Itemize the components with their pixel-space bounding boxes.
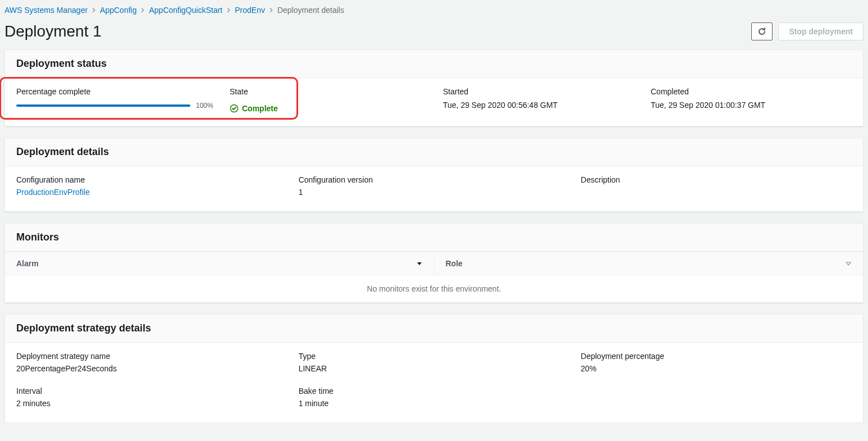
monitors-table-header: Alarm Role <box>5 252 863 275</box>
status-state: State Complete <box>230 87 443 115</box>
breadcrumb-link-systems-manager[interactable]: AWS Systems Manager <box>4 6 88 15</box>
chevron-right-icon <box>226 7 231 13</box>
sort-neutral-icon <box>845 260 852 267</box>
deployment-status-panel: Deployment status Percentage complete 10… <box>4 49 864 126</box>
refresh-button[interactable] <box>751 22 773 40</box>
progress-bar <box>16 104 190 107</box>
col-role[interactable]: Role <box>434 252 864 275</box>
panel-header: Deployment details <box>5 138 863 166</box>
monitors-empty-message: No monitors exist for this environment. <box>5 275 863 302</box>
description-label: Description <box>581 175 852 184</box>
config-name: Configuration name ProductionEnvProfile <box>16 175 287 197</box>
header-actions: Stop deployment <box>751 22 864 40</box>
panel-title: Deployment details <box>16 146 852 158</box>
strategy-name-value: 20PercentagePer24Seconds <box>16 364 287 373</box>
completed-value: Tue, 29 Sep 2020 01:00:37 GMT <box>651 101 852 110</box>
breadcrumb-link-appconfig[interactable]: AppConfig <box>100 6 136 15</box>
strategy-panel: Deployment strategy details Deployment s… <box>4 314 864 423</box>
col-alarm-label: Alarm <box>16 259 39 268</box>
strategy-bake: Bake time 1 minute <box>299 387 570 408</box>
page-title: Deployment 1 <box>4 22 102 40</box>
breadcrumb: AWS Systems Manager AppConfig AppConfigQ… <box>0 0 868 18</box>
description: Description <box>581 175 852 197</box>
panel-header: Deployment strategy details <box>5 315 863 343</box>
panel-title: Deployment strategy details <box>16 322 852 334</box>
progress-percentage: 100% <box>196 102 213 110</box>
strategy-name: Deployment strategy name 20PercentagePer… <box>16 352 287 373</box>
refresh-icon <box>757 27 766 36</box>
config-name-link[interactable]: ProductionEnvProfile <box>16 188 90 197</box>
strategy-interval: Interval 2 minutes <box>16 387 287 408</box>
strategy-interval-label: Interval <box>16 387 287 395</box>
strategy-interval-value: 2 minutes <box>16 399 287 408</box>
strategy-bake-label: Bake time <box>299 387 570 395</box>
col-role-label: Role <box>446 259 463 268</box>
strategy-bake-value: 1 minute <box>299 399 570 408</box>
percentage-label: Percentage complete <box>16 87 230 96</box>
status-started: Started Tue, 29 Sep 2020 00:56:48 GMT <box>443 87 651 115</box>
strategy-type-label: Type <box>299 352 570 361</box>
chevron-right-icon <box>140 7 145 13</box>
strategy-pct: Deployment percentage 20% <box>581 352 852 373</box>
panel-title: Deployment status <box>16 58 852 70</box>
config-version-value: 1 <box>299 188 570 197</box>
config-version: Configuration version 1 <box>299 175 570 197</box>
check-circle-icon <box>230 104 239 113</box>
col-alarm[interactable]: Alarm <box>5 252 434 275</box>
status-completed: Completed Tue, 29 Sep 2020 01:00:37 GMT <box>651 87 852 115</box>
strategy-name-label: Deployment strategy name <box>16 352 287 361</box>
panel-title: Monitors <box>16 231 852 243</box>
config-name-label: Configuration name <box>16 175 287 184</box>
strategy-pct-value: 20% <box>581 364 852 373</box>
completed-label: Completed <box>651 87 852 96</box>
deployment-details-panel: Deployment details Configuration name Pr… <box>4 138 864 212</box>
state-text: Complete <box>242 104 278 113</box>
sort-desc-icon <box>416 260 423 267</box>
monitors-panel: Monitors Alarm Role No monitors exist fo… <box>4 223 864 303</box>
strategy-type-value: LINEAR <box>299 364 570 373</box>
config-version-label: Configuration version <box>299 175 570 184</box>
strategy-pct-label: Deployment percentage <box>581 352 852 361</box>
strategy-type: Type LINEAR <box>299 352 570 373</box>
panel-header: Monitors <box>5 224 863 252</box>
state-value: Complete <box>230 104 278 113</box>
chevron-right-icon <box>91 7 97 13</box>
page-header: Deployment 1 Stop deployment <box>0 18 868 49</box>
breadcrumb-current: Deployment details <box>277 6 344 15</box>
breadcrumb-link-appconfigquickstart[interactable]: AppConfigQuickStart <box>149 6 222 15</box>
status-percentage: Percentage complete 100% <box>16 87 230 115</box>
stop-deployment-button: Stop deployment <box>778 22 864 40</box>
state-label: State <box>230 87 443 96</box>
started-label: Started <box>443 87 651 96</box>
started-value: Tue, 29 Sep 2020 00:56:48 GMT <box>443 101 651 110</box>
breadcrumb-link-prodenv[interactable]: ProdEnv <box>235 6 265 15</box>
chevron-right-icon <box>268 7 274 13</box>
panel-header: Deployment status <box>5 50 863 78</box>
